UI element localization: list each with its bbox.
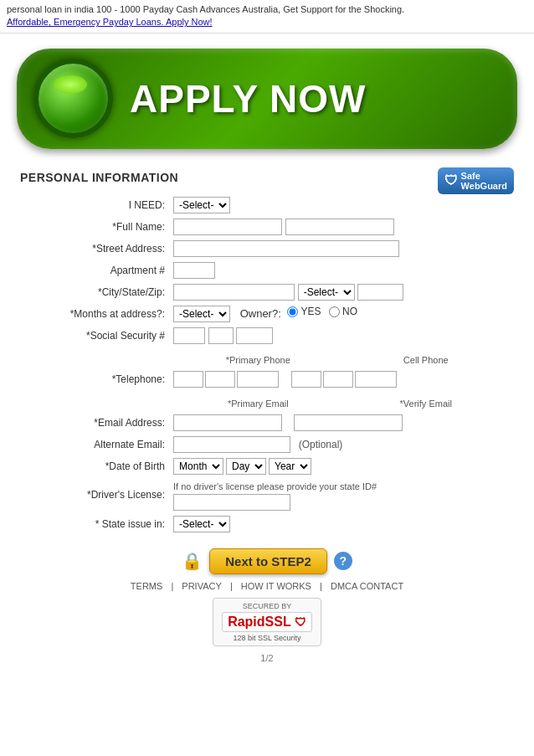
empty-cell xyxy=(20,347,170,368)
safe-webguard-badge: 🛡 SafeWebGuard xyxy=(438,167,514,194)
ssl-shield-icon: 🛡 xyxy=(295,615,306,629)
dob-row: *Date of Birth Month Day Year xyxy=(20,455,514,477)
owner-yes-label[interactable]: YES xyxy=(287,306,321,317)
fullname-cell xyxy=(170,216,514,238)
fullname-first-input[interactable] xyxy=(173,219,282,235)
owner-no-label[interactable]: NO xyxy=(329,306,357,317)
state-issue-select[interactable]: -Select- xyxy=(173,516,230,532)
primary-email-input[interactable] xyxy=(173,414,282,431)
ssn-cell xyxy=(170,325,514,347)
ssl-badge: SECURED BY RapidSSL 🛡 128 bit SSL Securi… xyxy=(20,598,514,646)
dob-cell: Month Day Year xyxy=(170,455,514,477)
ssn-input1[interactable] xyxy=(173,327,205,344)
owner-no-text: NO xyxy=(342,306,357,317)
owner-yes-radio[interactable] xyxy=(287,306,298,317)
shield-icon: 🛡 xyxy=(444,173,458,188)
banner-title: APPLY NOW xyxy=(130,76,367,121)
primary-email-header: *Primary Email xyxy=(175,395,341,409)
main-content: 🛡 SafeWebGuard PERSONAL INFORMATION I NE… xyxy=(0,162,534,680)
telephone-row: *Telephone: xyxy=(20,368,514,390)
state-select[interactable]: -Select- xyxy=(298,284,355,301)
state-issue-row: * State issue in: -Select- xyxy=(20,513,514,535)
email-header-row: *Primary Email *Verify Email xyxy=(20,390,514,412)
help-icon-text: ? xyxy=(339,554,347,568)
alt-email-input[interactable] xyxy=(173,436,290,453)
fullname-last-input[interactable] xyxy=(285,219,394,235)
button-row: 🔒 Next to STEP2 ? xyxy=(20,548,514,574)
street-label: *Street Address: xyxy=(20,238,170,260)
email-label: *Email Address: xyxy=(20,412,170,434)
ssn-input2[interactable] xyxy=(208,327,234,344)
dob-day-select[interactable]: Day xyxy=(226,458,266,475)
cell-phone-line[interactable] xyxy=(355,371,397,388)
zip-input[interactable] xyxy=(357,284,403,301)
next-step-button[interactable]: Next to STEP2 xyxy=(209,548,327,574)
fullname-row: *Full Name: xyxy=(20,216,514,238)
fullname-label: *Full Name: xyxy=(20,216,170,238)
empty-cell2 xyxy=(20,390,170,412)
ad-link[interactable]: Affordable, Emergency Payday Loans. Appl… xyxy=(7,17,213,27)
apt-row: Apartment # xyxy=(20,260,514,281)
state-issue-cell: -Select- xyxy=(170,513,514,535)
license-row: *Driver's License: If no driver's licens… xyxy=(20,477,514,513)
footer-terms[interactable]: TERMS xyxy=(131,581,163,591)
ssn-row: *Social Security # xyxy=(20,325,514,347)
telephone-cell xyxy=(170,368,514,390)
city-input[interactable] xyxy=(173,284,295,301)
primary-phone-group xyxy=(173,371,511,388)
phone-header-table: *Primary Phone Cell Phone xyxy=(173,350,511,368)
cell-phone-area[interactable] xyxy=(291,371,321,388)
apt-label: Apartment # xyxy=(20,260,170,281)
ssl-logo-text: RapidSSL xyxy=(228,615,290,629)
email-headers-cell: *Primary Email *Verify Email xyxy=(170,390,514,412)
primary-phone-area[interactable] xyxy=(173,371,203,388)
street-cell xyxy=(170,238,514,260)
safe-badge-text: SafeWebGuard xyxy=(461,171,507,191)
footer-privacy[interactable]: PRIVACY xyxy=(182,581,221,591)
email-row: *Email Address: xyxy=(20,412,514,434)
cell-phone-prefix[interactable] xyxy=(323,371,353,388)
footer-how-it-works[interactable]: HOW IT WORKS xyxy=(241,581,311,591)
license-input[interactable] xyxy=(173,494,290,511)
alt-email-cell: (Optional) xyxy=(170,434,514,455)
months-row: *Months at address?: -Select- Owner?: YE… xyxy=(20,303,514,325)
ssn-input3[interactable] xyxy=(236,327,273,344)
license-cell: If no driver's license please provide yo… xyxy=(170,477,514,513)
street-row: *Street Address: xyxy=(20,238,514,260)
primary-phone-prefix[interactable] xyxy=(205,371,235,388)
ad-bar: personal loan in india 100 - 1000 Payday… xyxy=(0,0,534,33)
phone-headers-cell: *Primary Phone Cell Phone xyxy=(170,347,514,368)
primary-phone-header: *Primary Phone xyxy=(175,352,341,366)
verify-email-header: *Verify Email xyxy=(343,395,509,409)
city-label: *City/State/Zip: xyxy=(20,281,170,303)
months-label: *Months at address?: xyxy=(20,303,170,325)
i-need-label: I NEED: xyxy=(20,194,170,216)
city-row: *City/State/Zip: -Select- xyxy=(20,281,514,303)
verify-email-input[interactable] xyxy=(294,414,403,431)
telephone-label: *Telephone: xyxy=(20,368,170,390)
help-icon[interactable]: ? xyxy=(334,552,352,570)
footer-dmca[interactable]: DMCA CONTACT xyxy=(331,581,403,591)
owner-no-radio[interactable] xyxy=(329,306,340,317)
dob-label: *Date of Birth xyxy=(20,455,170,477)
ssn-label: *Social Security # xyxy=(20,325,170,347)
banner-circle-icon xyxy=(33,59,113,138)
street-input[interactable] xyxy=(173,240,399,257)
owner-yes-text: YES xyxy=(300,306,321,317)
dob-month-select[interactable]: Month xyxy=(173,458,223,475)
i-need-select[interactable]: -Select- xyxy=(173,197,230,213)
alt-email-row: Alternate Email: (Optional) xyxy=(20,434,514,455)
lock-icon: 🔒 xyxy=(182,551,203,571)
sep2: | xyxy=(230,581,233,591)
ad-text: personal loan in india 100 - 1000 Payday… xyxy=(7,4,404,14)
months-cell: -Select- Owner?: YES NO xyxy=(170,303,514,325)
cell-phone-header: Cell Phone xyxy=(343,352,509,366)
months-select[interactable]: -Select- xyxy=(173,306,230,322)
apt-input[interactable] xyxy=(173,262,215,279)
page-number: 1/2 xyxy=(20,653,514,663)
primary-phone-line[interactable] xyxy=(237,371,279,388)
dob-year-select[interactable]: Year xyxy=(269,458,311,475)
sep3: | xyxy=(320,581,322,591)
dob-group: Month Day Year xyxy=(173,458,511,475)
state-issue-label: * State issue in: xyxy=(20,513,170,535)
